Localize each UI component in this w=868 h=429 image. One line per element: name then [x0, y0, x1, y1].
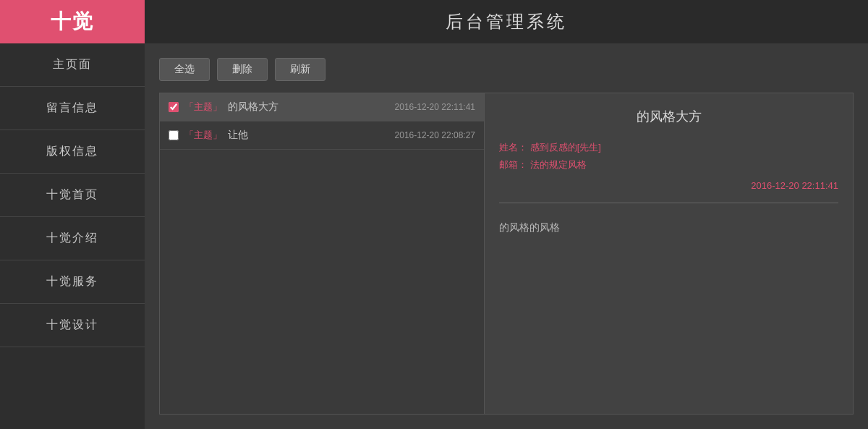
message-tag-1: 「主题」 — [184, 101, 222, 114]
sidebar-item-copyright[interactable]: 版权信息 — [0, 130, 145, 174]
email-value: 法的规定风格 — [530, 159, 587, 170]
detail-name: 姓名： 感到反感的[先生] — [499, 141, 838, 154]
delete-button[interactable]: 删除 — [217, 58, 268, 81]
detail-time: 2016-12-20 22:11:41 — [499, 180, 838, 191]
message-area: 「主题」 的风格大方 2016-12-20 22:11:41 「主题」 让他 2… — [159, 93, 854, 415]
logo-text: 十觉 — [51, 8, 94, 35]
detail-body: 的风格的风格 — [499, 215, 838, 235]
table-row[interactable]: 「主题」 让他 2016-12-20 22:08:27 — [160, 122, 484, 150]
message-checkbox-1[interactable] — [169, 102, 179, 112]
sidebar-item-shijue-service[interactable]: 十觉服务 — [0, 260, 145, 304]
message-tag-2: 「主题」 — [184, 129, 222, 142]
logo[interactable]: 十觉 — [0, 0, 145, 43]
email-label: 邮箱： — [499, 159, 527, 170]
sidebar-item-shijue-design[interactable]: 十觉设计 — [0, 304, 145, 347]
name-value: 感到反感的[先生] — [530, 142, 601, 153]
detail-email: 邮箱： 法的规定风格 — [499, 158, 838, 171]
sidebar-item-home[interactable]: 主页面 — [0, 43, 145, 87]
message-checkbox-2[interactable] — [169, 130, 179, 140]
sidebar-item-shijue-home[interactable]: 十觉首页 — [0, 174, 145, 217]
detail-divider — [499, 203, 838, 203]
detail-panel: 的风格大方 姓名： 感到反感的[先生] 邮箱： 法的规定风格 2016-12-2… — [485, 93, 854, 415]
select-all-button[interactable]: 全选 — [159, 58, 210, 81]
toolbar: 全选 删除 刷新 — [159, 58, 854, 81]
sidebar: 主页面 留言信息 版权信息 十觉首页 十觉介绍 十觉服务 十觉设计 — [0, 43, 145, 429]
message-title-2: 让他 — [228, 129, 389, 142]
content-area: 全选 删除 刷新 「主题」 的风格大方 2016-12-20 22:11:41 … — [145, 43, 868, 429]
message-time-2: 2016-12-20 22:08:27 — [395, 130, 475, 140]
message-time-1: 2016-12-20 22:11:41 — [395, 102, 475, 112]
header: 十觉 后台管理系统 — [0, 0, 868, 43]
table-row[interactable]: 「主题」 的风格大方 2016-12-20 22:11:41 — [160, 93, 484, 122]
message-list: 「主题」 的风格大方 2016-12-20 22:11:41 「主题」 让他 2… — [159, 93, 485, 415]
main-layout: 主页面 留言信息 版权信息 十觉首页 十觉介绍 十觉服务 十觉设计 全选 删除 … — [0, 43, 868, 429]
refresh-button[interactable]: 刷新 — [275, 58, 326, 81]
name-label: 姓名： — [499, 142, 527, 153]
header-title: 后台管理系统 — [145, 10, 868, 33]
detail-meta: 姓名： 感到反感的[先生] 邮箱： 法的规定风格 — [499, 141, 838, 171]
sidebar-item-shijue-intro[interactable]: 十觉介绍 — [0, 217, 145, 260]
detail-title: 的风格大方 — [499, 108, 838, 132]
sidebar-item-messages[interactable]: 留言信息 — [0, 87, 145, 130]
message-title-1: 的风格大方 — [228, 101, 389, 114]
